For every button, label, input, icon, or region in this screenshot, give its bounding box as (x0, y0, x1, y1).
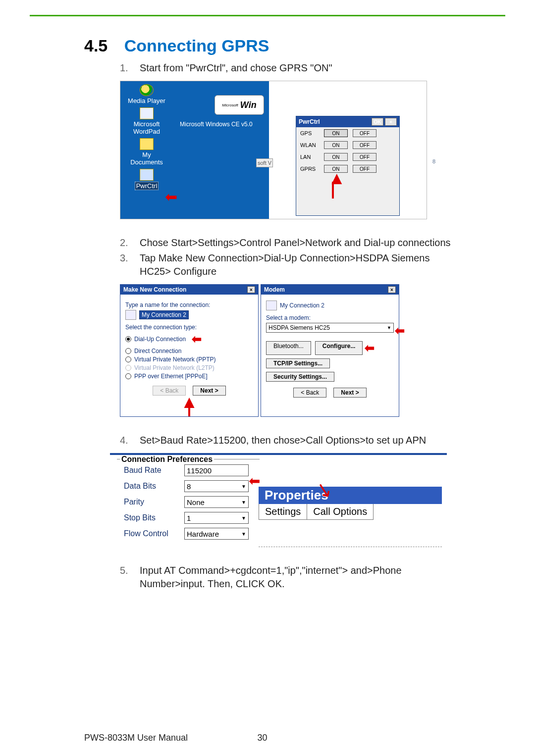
step-number: 4. (120, 434, 140, 447)
chevron-down-icon: ▼ (241, 484, 246, 489)
step-number: 5. (120, 564, 140, 591)
lan-off-button[interactable]: OFF (353, 153, 376, 161)
configure-button[interactable]: Configure... (315, 341, 363, 355)
figure-connection-preferences: Connection Preferences Baud Rate 115200 … (110, 453, 447, 547)
figure-make-new-connection: Make New Connection × Type a name for th… (120, 284, 490, 417)
windows-logo: Microsoft Win (214, 95, 264, 115)
step-text: Tap Make New Connection>Dial-Up Connecti… (140, 252, 490, 278)
chevron-down-icon: ▼ (241, 531, 246, 537)
wince-desktop: Microsoft Win Microsoft Windows CE v5.0 … (120, 81, 269, 219)
top-separator (30, 15, 505, 16)
dial-up-radio[interactable]: Dial-Up Connection⬅ (125, 332, 253, 346)
dialog-title: Modem (264, 286, 285, 293)
select-modem-label: Select a modem: (266, 314, 394, 321)
flow-control-label: Flow Control (115, 529, 184, 538)
pppoe-radio[interactable]: PPP over Ethernet [PPPoE] (125, 373, 253, 380)
footer-manual-name: PWS-8033M User Manual (84, 733, 188, 743)
wlan-label: WLAN (300, 142, 319, 148)
step-text: Set>Baud Rate>115200, then chose>Call Op… (140, 434, 490, 447)
baud-rate-label: Baud Rate (115, 466, 184, 475)
wlan-off-button[interactable]: OFF (353, 141, 376, 149)
chevron-down-icon: ▼ (387, 325, 391, 330)
stop-bits-label: Stop Bits (115, 513, 184, 522)
make-new-connection-dialog: Make New Connection × Type a name for th… (120, 284, 259, 417)
section-number: 4.5 (84, 36, 107, 55)
gprs-off-button[interactable]: OFF (353, 165, 376, 173)
connection-icon (125, 310, 136, 320)
arrow-left-icon: ⬅ (365, 341, 374, 355)
cropped-text-left: soft V (256, 158, 273, 167)
pptp-radio[interactable]: Virtual Private Network (PPTP) (125, 356, 253, 363)
arrow-left-icon: ⬅ (165, 188, 177, 205)
step-text: Input AT Command>+cgdcont=1,"ip","intern… (140, 564, 490, 591)
dashed-separator (259, 547, 442, 547)
l2tp-radio: Virtual Private Network (L2TP) (125, 364, 253, 371)
connection-name-input[interactable]: My Connection 2 (139, 310, 189, 319)
step-number: 3. (120, 252, 140, 278)
close-icon[interactable]: × (247, 286, 255, 293)
step-text: Chose Start>Settings>Control Panel>Netwo… (140, 236, 490, 250)
lan-label: LAN (300, 154, 319, 160)
baud-rate-input[interactable]: 115200 (184, 464, 249, 476)
connection-icon (266, 301, 277, 310)
pwrctrl-icon[interactable]: PwrCtrl (124, 169, 169, 190)
wlan-on-button[interactable]: ON (324, 141, 348, 149)
parity-select[interactable]: None▼ (184, 496, 249, 508)
security-button[interactable]: Security Settings... (266, 372, 334, 382)
next-button[interactable]: Next > (333, 388, 366, 398)
figure-pwrctrl-desktop: Microsoft Win Microsoft Windows CE v5.0 … (120, 81, 427, 219)
tcpip-button[interactable]: TCP/IP Settings... (266, 358, 330, 368)
media-player-icon[interactable]: Media Player (124, 84, 169, 104)
arrow-left-icon: ⬅ (395, 324, 405, 338)
direct-radio[interactable]: Direct Connection (125, 348, 253, 354)
parity-label: Parity (115, 498, 184, 506)
section-heading: 4.5 Connecting GPRS (84, 36, 490, 55)
cropped-text-right: 8 (432, 158, 435, 164)
gprs-label: GPRS (300, 166, 319, 172)
lan-on-button[interactable]: ON (324, 153, 348, 161)
arrow-up-icon: ▲ (180, 399, 198, 405)
page-footer: PWS-8033M User Manual 30 (84, 733, 461, 743)
gps-label: GPS (300, 130, 319, 136)
page-number: 30 (258, 733, 268, 743)
chevron-down-icon: ▼ (241, 515, 246, 521)
connection-name-label: My Connection 2 (280, 302, 324, 309)
pwrctrl-title: PwrCtrl (299, 118, 320, 125)
pwrctrl-dialog: PwrCtrl OK × GPS ON OFF WLAN (296, 116, 400, 216)
section-title: Connecting GPRS (124, 36, 269, 55)
connection-name-label: Type a name for the connection: (125, 302, 253, 308)
data-bits-label: Data Bits (115, 482, 184, 491)
wince-version-label: Microsoft Windows CE v5.0 (180, 121, 253, 128)
close-icon[interactable]: × (385, 118, 397, 126)
close-icon[interactable]: × (388, 286, 396, 293)
connection-preferences-legend: Connection Preferences (120, 455, 214, 464)
gps-on-button[interactable]: ON (324, 129, 348, 137)
tab-call-options[interactable]: Call Options (307, 504, 374, 520)
step-text: Start from "PwrCtrl", and chose GPRS "ON… (140, 61, 490, 75)
back-button[interactable]: < Back (293, 388, 326, 398)
wordpad-icon[interactable]: Microsoft WordPad (124, 107, 169, 135)
dialog-title: Make New Connection (123, 286, 186, 293)
my-documents-icon[interactable]: My Documents (124, 138, 169, 166)
connection-type-label: Select the connection type: (125, 324, 253, 331)
gps-off-button[interactable]: OFF (353, 129, 376, 137)
chevron-down-icon: ▼ (241, 500, 246, 505)
ok-button[interactable]: OK (372, 118, 383, 126)
tab-settings[interactable]: Settings (259, 504, 307, 520)
properties-title: Properties (259, 487, 442, 504)
flow-control-select[interactable]: Hardware▼ (184, 528, 249, 540)
step-number: 1. (120, 61, 140, 75)
arrow-up-icon: ▲ (328, 175, 338, 182)
data-bits-select[interactable]: 8▼ (184, 480, 249, 492)
bluetooth-button[interactable]: Bluetooth... (266, 341, 311, 355)
stop-bits-select[interactable]: 1▼ (184, 512, 249, 524)
step-number: 2. (120, 236, 140, 250)
arrow-left-icon: ⬅ (192, 332, 202, 346)
modem-dialog: Modem × My Connection 2 Select a modem: … (261, 284, 399, 417)
